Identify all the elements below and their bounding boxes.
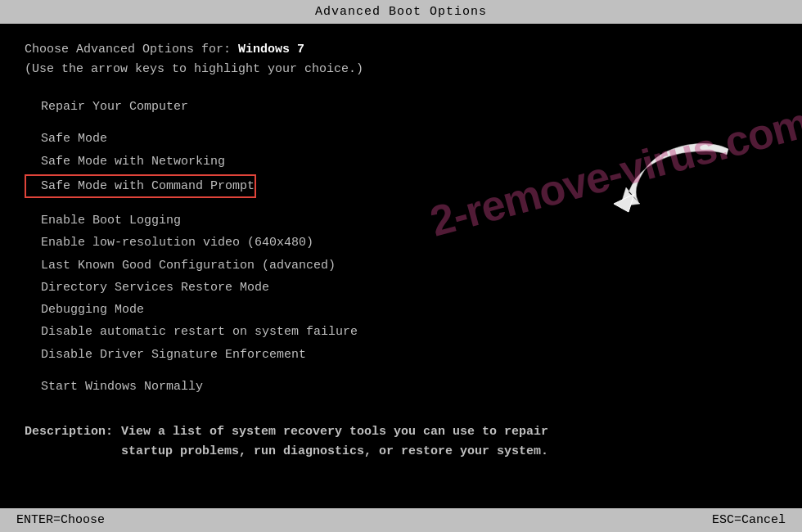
header-prefix: Choose Advanced Options for: xyxy=(25,43,238,56)
header-line1: Choose Advanced Options for: Windows 7 xyxy=(25,40,777,60)
description-section: Description: View a list of system recov… xyxy=(0,422,802,462)
title-bar: Advanced Boot Options xyxy=(0,0,802,24)
header-line2: (Use the arrow keys to highlight your ch… xyxy=(25,60,777,79)
menu-item-start-normally[interactable]: Start Windows Normally xyxy=(25,376,777,398)
menu-item-safe-mode-cmd[interactable]: Safe Mode with Command Prompt xyxy=(25,174,256,198)
enter-label: ENTER=Choose xyxy=(16,513,105,527)
menu-item-disable-restart[interactable]: Disable automatic restart on system fail… xyxy=(25,321,777,343)
main-content: Choose Advanced Options for: Windows 7 (… xyxy=(0,24,802,406)
header-text: Choose Advanced Options for: Windows 7 (… xyxy=(25,40,777,79)
arrow-graphic xyxy=(597,137,737,219)
menu-container: Repair Your Computer Safe Mode Safe Mode… xyxy=(25,96,777,398)
desc-line2: startup problems, run diagnostics, or re… xyxy=(121,442,548,462)
description-row: Description: View a list of system recov… xyxy=(25,422,802,462)
menu-item-debug[interactable]: Debugging Mode xyxy=(25,299,777,321)
esc-label: ESC=Cancel xyxy=(712,513,786,527)
description-label: Description: xyxy=(25,422,113,462)
menu-spacer-1 xyxy=(25,118,777,128)
bottom-bar: ENTER=Choose ESC=Cancel xyxy=(0,508,802,532)
description-text: View a list of system recovery tools you… xyxy=(121,422,548,462)
menu-item-low-res[interactable]: Enable low-resolution video (640x480) xyxy=(25,232,777,254)
menu-item-last-known[interactable]: Last Known Good Configuration (advanced) xyxy=(25,255,777,277)
menu-spacer-3 xyxy=(25,366,777,376)
header-os: Windows 7 xyxy=(238,43,304,56)
desc-line1: View a list of system recovery tools you… xyxy=(121,422,548,442)
menu-item-repair[interactable]: Repair Your Computer xyxy=(25,96,777,118)
menu-item-directory[interactable]: Directory Services Restore Mode xyxy=(25,277,777,299)
menu-item-disable-driver[interactable]: Disable Driver Signature Enforcement xyxy=(25,344,777,366)
